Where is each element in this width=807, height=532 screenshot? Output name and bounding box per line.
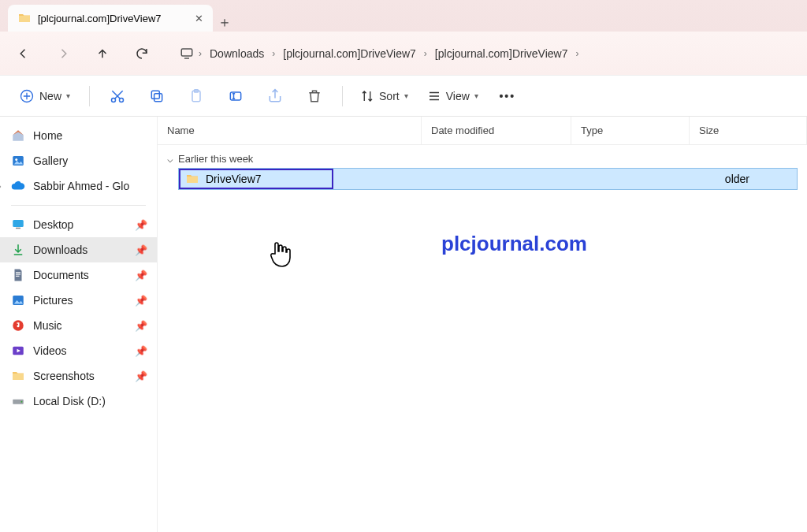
svg-rect-8	[230, 92, 240, 100]
sidebar-label: Desktop	[33, 218, 73, 231]
new-tab-button[interactable]: ＋	[213, 13, 236, 32]
view-label: View	[446, 90, 470, 102]
new-label: New	[39, 90, 61, 102]
sidebar-item-videos[interactable]: Videos 📌	[0, 338, 157, 363]
chevron-right-icon: ›	[424, 48, 427, 59]
sidebar-item-home[interactable]: Home	[0, 123, 157, 148]
monitor-icon[interactable]	[180, 47, 194, 61]
view-button[interactable]: View ▾	[422, 86, 483, 106]
group-header[interactable]: ⌵ Earlier this week	[158, 145, 807, 168]
home-icon	[11, 128, 25, 143]
music-icon	[11, 318, 25, 333]
sidebar-label: Downloads	[33, 244, 87, 256]
sidebar-item-localdisk[interactable]: Local Disk (D:)	[0, 389, 157, 414]
sidebar-item-music[interactable]: Music 📌	[0, 313, 157, 338]
svg-rect-4	[154, 93, 162, 101]
divider	[342, 86, 343, 106]
column-headers: Name Date modified Type Size	[158, 117, 807, 145]
file-list: Name Date modified Type Size ⌵ Earlier t…	[158, 117, 807, 532]
copy-button[interactable]	[142, 81, 172, 111]
document-icon	[11, 268, 25, 282]
pin-icon: 📌	[135, 370, 147, 382]
sidebar-item-screenshots[interactable]: Screenshots 📌	[0, 363, 157, 389]
cut-button[interactable]	[102, 81, 132, 111]
col-size[interactable]: Size	[690, 117, 807, 144]
videos-icon	[11, 344, 25, 358]
tab-title: [plcjournal.com]DriveView7	[38, 13, 162, 24]
file-name: DriveView7	[206, 173, 262, 185]
col-name[interactable]: Name	[158, 117, 422, 144]
breadcrumb: › Downloads › [plcjournal.com]DriveView7…	[180, 44, 578, 63]
sidebar-item-onedrive[interactable]: › Sabbir Ahmed - Glo	[0, 173, 157, 199]
chevron-down-icon: ▾	[404, 91, 408, 100]
back-button[interactable]	[11, 41, 36, 66]
sidebar-item-documents[interactable]: Documents 📌	[0, 262, 157, 288]
chevron-down-icon: ▾	[474, 91, 478, 100]
file-type-cell: older	[646, 173, 797, 185]
pin-icon: 📌	[135, 219, 147, 231]
svg-rect-13	[16, 272, 20, 273]
chevron-right-icon: ›	[272, 48, 275, 59]
breadcrumb-item[interactable]: [plcjournal.com]DriveView7	[280, 44, 419, 63]
desktop-icon	[11, 218, 25, 232]
download-icon	[11, 243, 25, 257]
svg-rect-0	[181, 49, 192, 56]
col-date[interactable]: Date modified	[422, 117, 571, 144]
chevron-right-icon[interactable]: ›	[0, 181, 2, 191]
sidebar-item-downloads[interactable]: Downloads 📌	[0, 237, 157, 262]
pictures-icon	[11, 293, 25, 307]
address-bar: › Downloads › [plcjournal.com]DriveView7…	[0, 32, 807, 76]
sidebar-label: Home	[33, 129, 62, 142]
drive-icon	[11, 394, 25, 408]
sidebar-label: Music	[33, 319, 62, 332]
sidebar-item-desktop[interactable]: Desktop 📌	[0, 212, 157, 237]
svg-rect-15	[16, 276, 20, 277]
pin-icon: 📌	[135, 270, 147, 281]
paste-button[interactable]	[181, 81, 211, 111]
sort-label: Sort	[379, 90, 400, 102]
toolbar: New ▾ Sort ▾ View ▾ •••	[0, 76, 807, 117]
pin-icon: 📌	[135, 320, 147, 332]
tab-bar: [plcjournal.com]DriveView7 ✕ ＋	[0, 0, 807, 32]
sidebar-label: Local Disk (D:)	[33, 395, 106, 407]
sidebar-label: Screenshots	[33, 370, 95, 382]
svg-rect-12	[16, 228, 20, 229]
delete-button[interactable]	[299, 81, 329, 111]
up-button[interactable]	[90, 41, 115, 66]
tab-close-button[interactable]: ✕	[195, 13, 203, 24]
file-name-cell[interactable]: DriveView7	[179, 169, 333, 189]
more-button[interactable]: •••	[493, 81, 523, 111]
cloud-icon	[11, 179, 25, 193]
chevron-right-icon: ›	[199, 48, 202, 59]
share-button[interactable]	[260, 81, 290, 111]
group-label: Earlier this week	[178, 153, 253, 165]
svg-point-10	[15, 158, 17, 161]
chevron-down-icon: ⌵	[167, 153, 173, 165]
sidebar-label: Sabbir Ahmed - Glo	[33, 180, 129, 192]
breadcrumb-item[interactable]: [plcjournal.com]DriveView7	[432, 44, 571, 63]
divider	[11, 205, 146, 206]
col-type[interactable]: Type	[571, 117, 690, 144]
svg-rect-11	[13, 220, 24, 227]
sidebar-label: Gallery	[33, 154, 68, 167]
sidebar: Home Gallery › Sabbir Ahmed - Glo Deskto…	[0, 117, 158, 532]
sidebar-label: Videos	[33, 344, 67, 357]
forward-button[interactable]	[50, 41, 76, 66]
rename-button[interactable]	[221, 81, 251, 111]
file-row[interactable]: DriveView7 older	[178, 168, 798, 190]
pin-icon: 📌	[135, 345, 147, 357]
refresh-button[interactable]	[129, 41, 154, 66]
sidebar-item-gallery[interactable]: Gallery	[0, 148, 157, 173]
tab-active[interactable]: [plcjournal.com]DriveView7 ✕	[8, 5, 213, 32]
svg-rect-5	[151, 91, 159, 99]
sort-button[interactable]: Sort ▾	[355, 86, 413, 106]
breadcrumb-item[interactable]: Downloads	[206, 44, 267, 63]
sidebar-label: Documents	[33, 269, 89, 281]
gallery-icon	[11, 154, 25, 168]
chevron-down-icon: ▾	[66, 91, 70, 100]
folder-icon	[17, 11, 32, 25]
folder-icon	[185, 172, 199, 186]
chevron-right-icon: ›	[575, 48, 578, 59]
sidebar-item-pictures[interactable]: Pictures 📌	[0, 288, 157, 313]
new-button[interactable]: New ▾	[13, 85, 76, 107]
